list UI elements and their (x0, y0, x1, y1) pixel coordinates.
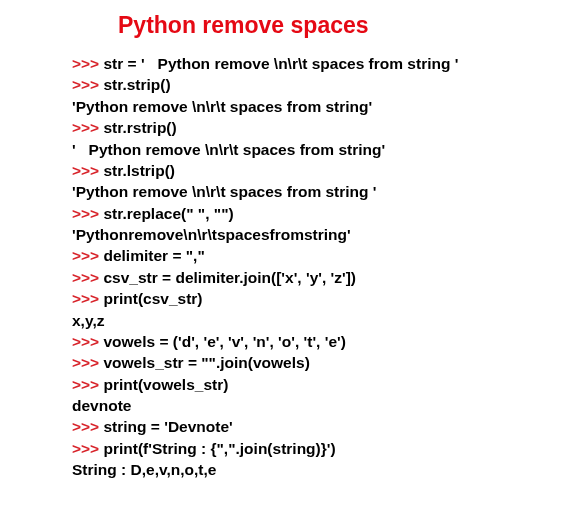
code-line: 'Python remove \n\r\t spaces from string… (72, 96, 562, 117)
code-input: str.strip() (103, 76, 170, 93)
code-output: x,y,z (72, 312, 104, 329)
code-input: vowels_str = "".join(vowels) (103, 354, 309, 371)
code-block: >>> str = ' Python remove \n\r\t spaces … (0, 53, 582, 481)
code-line: devnote (72, 395, 562, 416)
repl-prompt: >>> (72, 290, 103, 307)
code-line: x,y,z (72, 310, 562, 331)
repl-prompt: >>> (72, 76, 103, 93)
code-input: print(csv_str) (103, 290, 202, 307)
repl-prompt: >>> (72, 354, 103, 371)
repl-prompt: >>> (72, 247, 103, 264)
repl-prompt: >>> (72, 119, 103, 136)
code-line: >>> vowels = ('d', 'e', 'v', 'n', 'o', '… (72, 331, 562, 352)
code-line: 'Pythonremove\n\r\tspacesfromstring' (72, 224, 562, 245)
code-line: >>> vowels_str = "".join(vowels) (72, 352, 562, 373)
code-line: >>> delimiter = "," (72, 245, 562, 266)
code-input: print(vowels_str) (103, 376, 228, 393)
code-input: str.replace(" ", "") (103, 205, 233, 222)
repl-prompt: >>> (72, 440, 103, 457)
repl-prompt: >>> (72, 333, 103, 350)
code-output: 'Python remove \n\r\t spaces from string… (72, 183, 377, 200)
code-output: devnote (72, 397, 131, 414)
code-line: >>> print(f'String : {",".join(string)}'… (72, 438, 562, 459)
code-input: str = ' Python remove \n\r\t spaces from… (103, 55, 458, 72)
code-line: >>> str.replace(" ", "") (72, 203, 562, 224)
repl-prompt: >>> (72, 269, 103, 286)
code-output: ' Python remove \n\r\t spaces from strin… (72, 141, 385, 158)
code-line: >>> str.rstrip() (72, 117, 562, 138)
code-input: csv_str = delimiter.join(['x', 'y', 'z']… (103, 269, 356, 286)
code-input: str.rstrip() (103, 119, 176, 136)
code-input: print(f'String : {",".join(string)}') (103, 440, 335, 457)
repl-prompt: >>> (72, 205, 103, 222)
code-line: >>> str.strip() (72, 74, 562, 95)
code-line: >>> print(vowels_str) (72, 374, 562, 395)
code-input: delimiter = "," (103, 247, 204, 264)
code-line: >>> str = ' Python remove \n\r\t spaces … (72, 53, 562, 74)
code-line: >>> csv_str = delimiter.join(['x', 'y', … (72, 267, 562, 288)
repl-prompt: >>> (72, 162, 103, 179)
repl-prompt: >>> (72, 376, 103, 393)
code-line: String : D,e,v,n,o,t,e (72, 459, 562, 480)
code-line: ' Python remove \n\r\t spaces from strin… (72, 139, 562, 160)
code-line: >>> str.lstrip() (72, 160, 562, 181)
page-title: Python remove spaces (0, 12, 582, 39)
code-line: 'Python remove \n\r\t spaces from string… (72, 181, 562, 202)
code-line: >>> string = 'Devnote' (72, 416, 562, 437)
code-input: string = 'Devnote' (103, 418, 232, 435)
repl-prompt: >>> (72, 418, 103, 435)
code-output: 'Python remove \n\r\t spaces from string… (72, 98, 372, 115)
code-line: >>> print(csv_str) (72, 288, 562, 309)
code-output: 'Pythonremove\n\r\tspacesfromstring' (72, 226, 351, 243)
code-input: str.lstrip() (103, 162, 174, 179)
code-input: vowels = ('d', 'e', 'v', 'n', 'o', 't', … (103, 333, 345, 350)
repl-prompt: >>> (72, 55, 103, 72)
code-output: String : D,e,v,n,o,t,e (72, 461, 216, 478)
